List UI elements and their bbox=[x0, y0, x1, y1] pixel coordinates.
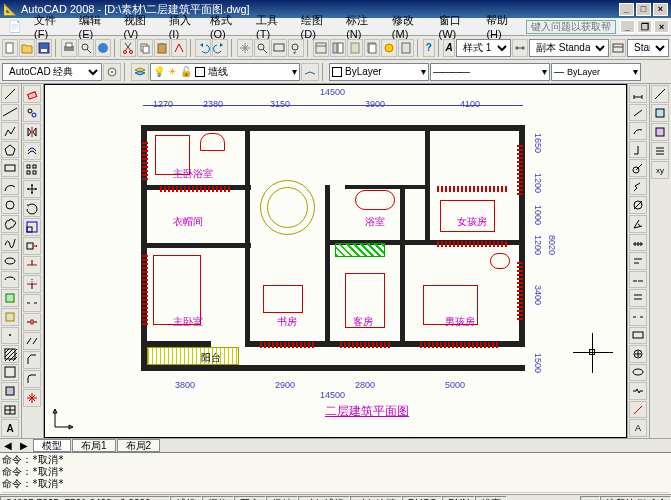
area-tool[interactable] bbox=[651, 104, 669, 122]
dim-style-icon[interactable] bbox=[512, 39, 528, 57]
trim-tool[interactable] bbox=[23, 256, 41, 274]
tolerance-tool[interactable] bbox=[629, 327, 647, 345]
tab-layout1[interactable]: 布局1 bbox=[72, 439, 116, 452]
toggle-polar[interactable]: 极轴 bbox=[266, 496, 298, 501]
menu-help[interactable]: 帮助(H) bbox=[480, 13, 526, 40]
ellipse-arc-tool[interactable] bbox=[1, 271, 19, 289]
tool-palettes-button[interactable] bbox=[347, 39, 363, 57]
explode-tool[interactable] bbox=[23, 389, 41, 407]
help-search-input[interactable] bbox=[526, 20, 616, 34]
linetype-dropdown[interactable]: ———— ▾ bbox=[430, 63, 550, 81]
dim-space-tool[interactable] bbox=[629, 289, 647, 307]
dim-style-select[interactable]: 副本 Standard bbox=[529, 39, 609, 57]
tab-scroll-left[interactable]: ◀ bbox=[0, 440, 16, 451]
toggle-grid[interactable]: 栅格 bbox=[202, 496, 234, 501]
annotation-scale-icon[interactable]: △ bbox=[580, 496, 600, 501]
workspace-settings-button[interactable] bbox=[103, 63, 121, 81]
menu-format[interactable]: 格式(O) bbox=[204, 13, 250, 40]
toggle-lwt[interactable]: 线宽 bbox=[475, 496, 507, 501]
dim-jogged-linear-tool[interactable] bbox=[629, 382, 647, 400]
rotate-tool[interactable] bbox=[23, 199, 41, 217]
extend-tool[interactable] bbox=[23, 275, 41, 293]
dim-baseline-tool[interactable] bbox=[629, 252, 647, 270]
erase-tool[interactable] bbox=[23, 85, 41, 103]
dim-ordinate-tool[interactable] bbox=[629, 141, 647, 159]
line-tool[interactable] bbox=[1, 85, 19, 103]
toggle-snap[interactable]: 捕捉 bbox=[170, 496, 202, 501]
menu-tools[interactable]: 工具(T) bbox=[250, 13, 295, 40]
id-tool[interactable]: xy bbox=[651, 161, 669, 179]
design-center-button[interactable] bbox=[330, 39, 346, 57]
array-tool[interactable] bbox=[23, 161, 41, 179]
menu-edit[interactable]: 编辑(E) bbox=[73, 13, 118, 40]
text-style-select[interactable]: 样式 1 bbox=[456, 39, 511, 57]
dim-quick-tool[interactable] bbox=[629, 234, 647, 252]
undo-button[interactable] bbox=[195, 39, 211, 57]
paste-button[interactable] bbox=[154, 39, 170, 57]
close-button[interactable]: × bbox=[653, 3, 668, 16]
rect-tool[interactable] bbox=[1, 159, 19, 177]
table-style-select[interactable]: Stand bbox=[627, 39, 669, 57]
pline-tool[interactable] bbox=[1, 122, 19, 140]
color-dropdown[interactable]: ByLayer ▾ bbox=[329, 63, 429, 81]
scale-tool[interactable] bbox=[23, 218, 41, 236]
menu-draw[interactable]: 绘图(D) bbox=[295, 13, 341, 40]
circle-tool[interactable] bbox=[1, 196, 19, 214]
arc-tool[interactable] bbox=[1, 178, 19, 196]
toggle-ortho[interactable]: 正交 bbox=[234, 496, 266, 501]
properties-button[interactable] bbox=[313, 39, 329, 57]
pan-button[interactable] bbox=[237, 39, 253, 57]
revcloud-tool[interactable] bbox=[1, 215, 19, 233]
menu-window[interactable]: 窗口(W) bbox=[433, 13, 481, 40]
minimize-button[interactable]: _ bbox=[619, 3, 634, 16]
dim-diameter-tool[interactable] bbox=[629, 196, 647, 214]
dim-angular-tool[interactable] bbox=[629, 215, 647, 233]
markup-button[interactable] bbox=[381, 39, 397, 57]
zoom-rt-button[interactable] bbox=[254, 39, 270, 57]
dim-linear-tool[interactable] bbox=[629, 85, 647, 103]
maximize-button[interactable]: □ bbox=[636, 3, 651, 16]
publish-button[interactable] bbox=[95, 39, 111, 57]
mirror-tool[interactable] bbox=[23, 123, 41, 141]
break-at-tool[interactable] bbox=[23, 294, 41, 312]
copy-tool[interactable] bbox=[23, 104, 41, 122]
doc-close-button[interactable]: × bbox=[654, 20, 669, 33]
toggle-otrack[interactable]: 对象追踪 bbox=[350, 496, 402, 501]
doc-minimize-button[interactable]: _ bbox=[620, 20, 635, 33]
toggle-osnap[interactable]: 对象捕捉 bbox=[298, 496, 350, 501]
xline-tool[interactable] bbox=[1, 104, 19, 122]
ellipse-tool[interactable] bbox=[1, 252, 19, 270]
dim-radius-tool[interactable] bbox=[629, 159, 647, 177]
cut-button[interactable] bbox=[120, 39, 136, 57]
list-tool[interactable] bbox=[651, 142, 669, 160]
drawing-canvas[interactable]: 14500 1270 2380 3150 3900 4100 1650 1200… bbox=[44, 84, 627, 438]
menu-modify[interactable]: 修改(M) bbox=[386, 13, 433, 40]
make-block-tool[interactable] bbox=[1, 308, 19, 326]
hatch-tool[interactable] bbox=[1, 345, 19, 363]
polygon-tool[interactable] bbox=[1, 141, 19, 159]
center-mark-tool[interactable] bbox=[629, 345, 647, 363]
mtext-tool[interactable]: A bbox=[1, 419, 19, 437]
toggle-dyn[interactable]: DYN bbox=[442, 496, 475, 501]
menu-file[interactable]: 文件(F) bbox=[28, 13, 73, 40]
workspace-select[interactable]: AutoCAD 经典 bbox=[2, 63, 102, 81]
dim-continue-tool[interactable] bbox=[629, 271, 647, 289]
region-tool[interactable] bbox=[1, 382, 19, 400]
new-button[interactable] bbox=[2, 39, 18, 57]
table-style-icon[interactable] bbox=[610, 39, 626, 57]
join-tool[interactable] bbox=[23, 332, 41, 350]
offset-tool[interactable] bbox=[23, 142, 41, 160]
dim-tedit-tool[interactable]: A bbox=[629, 419, 647, 437]
chamfer-tool[interactable] bbox=[23, 351, 41, 369]
inspect-tool[interactable] bbox=[629, 364, 647, 382]
command-input[interactable] bbox=[32, 493, 669, 494]
copy-button[interactable] bbox=[137, 39, 153, 57]
fillet-tool[interactable] bbox=[23, 370, 41, 388]
region-mass-tool[interactable] bbox=[651, 123, 669, 141]
help-button[interactable]: ? bbox=[423, 39, 435, 57]
zoom-window-button[interactable] bbox=[271, 39, 287, 57]
tab-layout2[interactable]: 布局2 bbox=[117, 439, 161, 452]
lineweight-dropdown[interactable]: — ByLayer ▾ bbox=[551, 63, 641, 81]
preview-button[interactable] bbox=[78, 39, 94, 57]
tab-scroll-right[interactable]: ▶ bbox=[16, 440, 32, 451]
